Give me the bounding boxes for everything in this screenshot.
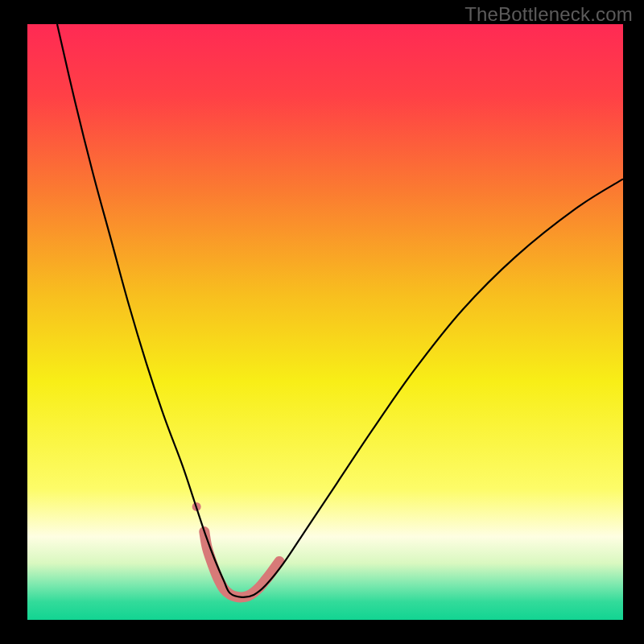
plot-background bbox=[27, 24, 623, 620]
chart-frame: TheBottleneck.com bbox=[0, 0, 644, 644]
watermark-text: TheBottleneck.com bbox=[464, 3, 633, 26]
bottleneck-chart bbox=[0, 0, 644, 644]
